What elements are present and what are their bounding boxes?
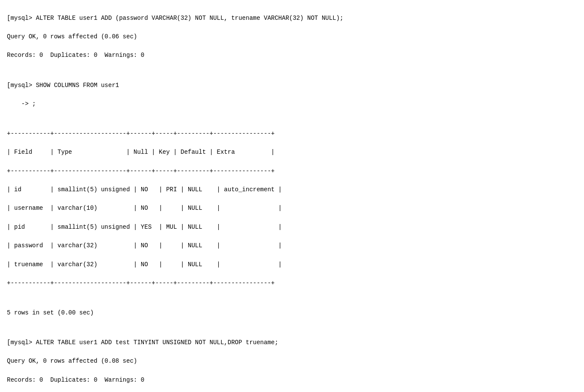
block2: [mysql> SHOW COLUMNS FROM user1 -> ; (7, 81, 577, 118)
table1-row-1: | username | varchar(10) | NO | | NULL |… (7, 204, 577, 213)
block2-line2: -> ; (7, 100, 577, 109)
table1: +-----------+--------------------+------… (7, 129, 577, 297)
block4-line1: [mysql> ALTER TABLE user1 ADD test TINYI… (7, 338, 577, 348)
table1-sep-bot: +-----------+--------------------+------… (7, 279, 577, 288)
block3: 5 rows in set (0.00 sec) (7, 308, 577, 327)
block4-line2: Query OK, 0 rows affected (0.08 sec) (7, 357, 577, 366)
block1-line2: Query OK, 0 rows affected (0.06 sec) (7, 32, 577, 42)
table1-row-0: | id | smallint(5) unsigned | NO | PRI |… (7, 185, 577, 195)
block4: [mysql> ALTER TABLE user1 ADD test TINYI… (7, 338, 577, 392)
block4-line3: Records: 0 Duplicates: 0 Warnings: 0 (7, 376, 577, 385)
block2-line1: [mysql> SHOW COLUMNS FROM user1 (7, 81, 577, 90)
terminal-output: [mysql> ALTER TABLE user1 ADD (password … (7, 4, 577, 392)
block1: [mysql> ALTER TABLE user1 ADD (password … (7, 14, 577, 70)
table1-sep-mid: +-----------+--------------------+------… (7, 167, 577, 176)
block3-line1: 5 rows in set (0.00 sec) (7, 308, 577, 318)
block1-line1: [mysql> ALTER TABLE user1 ADD (password … (7, 14, 577, 23)
table1-row-3: | password | varchar(32) | NO | | NULL |… (7, 241, 577, 251)
table1-header: | Field | Type | Null | Key | Default | … (7, 148, 577, 157)
table1-row-4: | truename | varchar(32) | NO | | NULL |… (7, 260, 577, 270)
table1-sep-top: +-----------+--------------------+------… (7, 129, 577, 139)
table1-row-2: | pid | smallint(5) unsigned | YES | MUL… (7, 223, 577, 232)
block1-line3: Records: 0 Duplicates: 0 Warnings: 0 (7, 51, 577, 60)
